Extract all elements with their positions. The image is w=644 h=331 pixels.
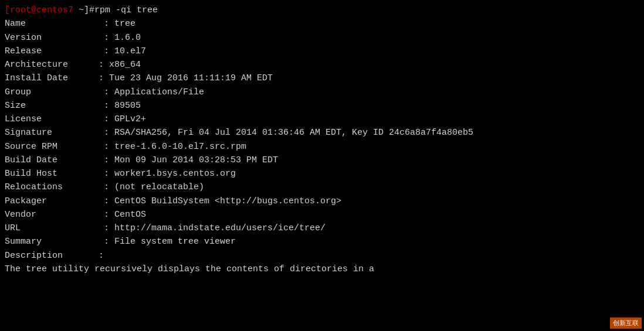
field-value: http://mama.indstate.edu/users/ice/tree/ [114, 221, 326, 235]
field-value: worker1.bsys.centos.org [114, 167, 236, 180]
output-line: URL : http://mama.indstate.edu/users/ice… [5, 221, 639, 235]
output-line: Build Date : Mon 09 Jun 2014 03:28:53 PM… [5, 153, 639, 167]
field-value: Tue 23 Aug 2016 11:11:19 AM EDT [109, 71, 273, 85]
prompt-at: @ [31, 4, 36, 17]
field-label: Relocations [5, 180, 99, 194]
field-colon: : [99, 31, 114, 45]
field-colon: : [99, 112, 114, 126]
field-label: Summary [5, 235, 99, 248]
field-label: License [5, 112, 99, 126]
field-label: Description [5, 249, 99, 262]
field-label: Signature [5, 126, 99, 139]
field-label: Source RPM [5, 140, 99, 153]
field-value: 1.6.0 [114, 31, 141, 45]
field-value: x86_64 [109, 58, 141, 71]
field-value: tree [114, 17, 135, 30]
output-line: Version : 1.6.0 [5, 31, 639, 45]
field-label: Architecture [5, 58, 99, 71]
prompt-host: centos7 [36, 4, 73, 17]
field-colon: : [99, 86, 114, 99]
field-value: (not relocatable) [114, 180, 204, 194]
field-value: Mon 09 Jun 2014 03:28:53 PM EDT [114, 153, 278, 167]
field-colon: : [99, 180, 114, 194]
field-value: Applications/File [114, 86, 204, 99]
field-colon: : [99, 71, 109, 85]
field-value: RSA/SHA256, Fri 04 Jul 2014 01:36:46 AM … [114, 126, 473, 139]
field-colon: : [99, 58, 109, 71]
field-label: Group [5, 86, 99, 99]
field-value: File system tree viewer [114, 235, 236, 248]
field-value: tree-1.6.0-10.el7.src.rpm [114, 140, 246, 153]
output-line: Size : 89505 [5, 99, 639, 112]
field-colon: : [99, 126, 114, 139]
field-value: GPLv2+ [114, 112, 146, 126]
output-line: Build Host : worker1.bsys.centos.org [5, 167, 639, 180]
watermark: 创新互联 [610, 318, 642, 329]
output-line: Release : 10.el7 [5, 45, 639, 58]
output-line: License : GPLv2+ [5, 112, 639, 126]
terminal: [root@centos7 ~]#rpm -qi tree Name : tre… [0, 0, 644, 331]
output-line: Group : Applications/File [5, 86, 639, 99]
field-colon: : [99, 45, 114, 58]
field-label: Vendor [5, 208, 99, 221]
field-colon: : [99, 235, 114, 248]
command-line: [root@centos7 ~]#rpm -qi tree [5, 4, 639, 17]
field-value: CentOS [114, 208, 146, 221]
field-colon: : [99, 140, 114, 153]
field-colon: : [99, 194, 114, 208]
field-colon: : [99, 221, 114, 235]
field-value: 89505 [114, 99, 141, 112]
field-colon: : [99, 167, 114, 180]
output-line: Name : tree [5, 17, 639, 30]
field-label: Build Date [5, 153, 99, 167]
output-line: Description : [5, 249, 639, 262]
output-line: Source RPM : tree-1.6.0-10.el7.src.rpm [5, 140, 639, 153]
output-line: Install Date: Tue 23 Aug 2016 11:11:19 A… [5, 71, 639, 85]
prompt-dir: ~]# [73, 4, 94, 17]
output-line: Summary : File system tree viewer [5, 235, 639, 248]
field-label: Release [5, 45, 99, 58]
prompt-user: [root [5, 4, 31, 17]
field-label: Size [5, 99, 99, 112]
field-colon: : [99, 99, 114, 112]
field-label: URL [5, 221, 99, 235]
output-line: Architecture: x86_64 [5, 58, 639, 71]
field-label: Packager [5, 194, 99, 208]
command-text: rpm -qi tree [94, 4, 158, 17]
field-colon: : [99, 17, 114, 30]
output-line: Vendor : CentOS [5, 208, 639, 221]
field-value: CentOS BuildSystem <http://bugs.centos.o… [114, 194, 341, 208]
field-colon: : [99, 249, 109, 262]
description-text: The tree utility recursively displays th… [5, 262, 374, 276]
field-label: Build Host [5, 167, 99, 180]
output-line: Packager : CentOS BuildSystem <http://bu… [5, 194, 639, 208]
output-lines: Name : treeVersion : 1.6.0Release : 10.e… [5, 17, 639, 262]
description-text-line: The tree utility recursively displays th… [5, 262, 639, 276]
field-value: 10.el7 [114, 45, 146, 58]
field-label: Install Date [5, 71, 99, 85]
output-line: Signature : RSA/SHA256, Fri 04 Jul 2014 … [5, 126, 639, 139]
field-label: Version [5, 31, 99, 45]
field-colon: : [99, 208, 114, 221]
field-colon: : [99, 153, 114, 167]
field-label: Name [5, 17, 99, 30]
output-line: Relocations : (not relocatable) [5, 180, 639, 194]
